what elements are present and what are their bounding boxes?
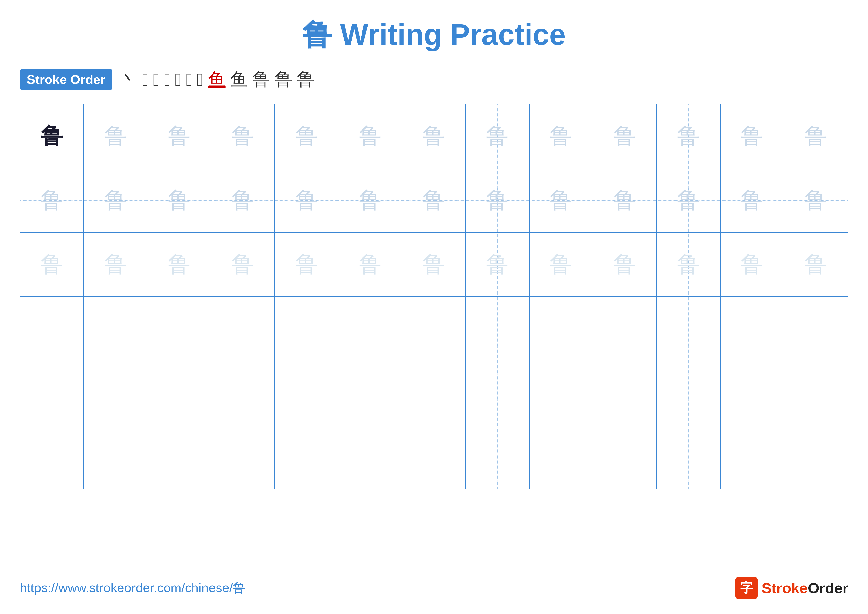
cell-5-12[interactable] <box>721 361 784 425</box>
cell-5-10[interactable] <box>593 361 657 425</box>
cell-1-11[interactable]: 鲁 <box>657 104 720 168</box>
char-dark: 鲁 <box>41 121 63 151</box>
stroke-12: 鲁 <box>297 68 315 92</box>
page-title: 鲁 Writing Practice <box>302 15 566 55</box>
cell-3-8[interactable]: 鲁 <box>466 233 530 296</box>
cell-4-1[interactable] <box>20 297 84 361</box>
cell-4-2[interactable] <box>84 297 147 361</box>
cell-6-6[interactable] <box>338 425 402 489</box>
cell-5-5[interactable] <box>275 361 338 425</box>
cell-4-13[interactable] <box>784 297 848 361</box>
cell-2-5[interactable]: 鲁 <box>275 168 338 232</box>
cell-1-1[interactable]: 鲁 <box>20 104 84 168</box>
cell-2-4[interactable]: 鲁 <box>211 168 275 232</box>
cell-4-4[interactable] <box>211 297 275 361</box>
cell-4-6[interactable] <box>338 297 402 361</box>
cell-3-7[interactable]: 鲁 <box>402 233 466 296</box>
cell-2-1[interactable]: 鲁 <box>20 168 84 232</box>
cell-6-1[interactable] <box>20 425 84 489</box>
char-light: 鲁 <box>804 185 827 216</box>
cell-3-3[interactable]: 鲁 <box>147 233 211 296</box>
cell-6-8[interactable] <box>466 425 530 489</box>
cell-4-12[interactable] <box>721 297 784 361</box>
cell-1-13[interactable]: 鲁 <box>784 104 848 168</box>
char-light: 鲁 <box>486 185 508 216</box>
cell-5-2[interactable] <box>84 361 147 425</box>
cell-6-13[interactable] <box>784 425 848 489</box>
cell-5-13[interactable] <box>784 361 848 425</box>
cell-6-9[interactable] <box>530 425 593 489</box>
cell-4-3[interactable] <box>147 297 211 361</box>
cell-5-8[interactable] <box>466 361 530 425</box>
cell-1-5[interactable]: 鲁 <box>275 104 338 168</box>
cell-1-10[interactable]: 鲁 <box>593 104 657 168</box>
cell-4-8[interactable] <box>466 297 530 361</box>
cell-2-7[interactable]: 鲁 <box>402 168 466 232</box>
char-light: 鲁 <box>41 185 63 216</box>
cell-2-9[interactable]: 鲁 <box>530 168 593 232</box>
cell-1-2[interactable]: 鲁 <box>84 104 147 168</box>
cell-3-4[interactable]: 鲁 <box>211 233 275 296</box>
cell-6-3[interactable] <box>147 425 211 489</box>
practice-grid[interactable]: 鲁 鲁 鲁 鲁 鲁 鲁 鲁 鲁 鲁 鲁 鲁 鲁 鲁 鲁 鲁 鲁 鲁 鲁 鲁 鲁 … <box>20 104 848 564</box>
cell-2-6[interactable]: 鲁 <box>338 168 402 232</box>
cell-3-9[interactable]: 鲁 <box>530 233 593 296</box>
footer-url[interactable]: https://www.strokeorder.com/chinese/鲁 <box>20 579 246 597</box>
char-light: 鲁 <box>804 121 827 151</box>
cell-3-11[interactable]: 鲁 <box>657 233 720 296</box>
cell-4-11[interactable] <box>657 297 720 361</box>
cell-2-11[interactable]: 鲁 <box>657 168 720 232</box>
stroke-order-badge: Stroke Order <box>20 69 112 90</box>
char-light: 鲁 <box>359 121 381 151</box>
cell-3-12[interactable]: 鲁 <box>721 233 784 296</box>
cell-1-3[interactable]: 鲁 <box>147 104 211 168</box>
char-light: 鲁 <box>423 121 445 151</box>
stroke-6: 𠂇 <box>186 69 192 90</box>
cell-3-13[interactable]: 鲁 <box>784 233 848 296</box>
cell-1-6[interactable]: 鲁 <box>338 104 402 168</box>
cell-4-10[interactable] <box>593 297 657 361</box>
cell-2-3[interactable]: 鲁 <box>147 168 211 232</box>
char-light: 鲁 <box>486 121 508 151</box>
cell-1-9[interactable]: 鲁 <box>530 104 593 168</box>
cell-4-9[interactable] <box>530 297 593 361</box>
cell-6-4[interactable] <box>211 425 275 489</box>
cell-6-10[interactable] <box>593 425 657 489</box>
cell-3-10[interactable]: 鲁 <box>593 233 657 296</box>
cell-5-11[interactable] <box>657 361 720 425</box>
cell-4-5[interactable] <box>275 297 338 361</box>
cell-6-2[interactable] <box>84 425 147 489</box>
grid-row-4 <box>20 297 848 361</box>
cell-1-12[interactable]: 鲁 <box>721 104 784 168</box>
stroke-11: 鲁 <box>274 68 293 92</box>
cell-4-7[interactable] <box>402 297 466 361</box>
char-light: 鲁 <box>550 121 572 151</box>
cell-1-8[interactable]: 鲁 <box>466 104 530 168</box>
cell-6-7[interactable] <box>402 425 466 489</box>
cell-5-1[interactable] <box>20 361 84 425</box>
cell-3-2[interactable]: 鲁 <box>84 233 147 296</box>
cell-5-7[interactable] <box>402 361 466 425</box>
cell-5-9[interactable] <box>530 361 593 425</box>
cell-3-5[interactable]: 鲁 <box>275 233 338 296</box>
cell-3-6[interactable]: 鲁 <box>338 233 402 296</box>
cell-1-7[interactable]: 鲁 <box>402 104 466 168</box>
cell-2-12[interactable]: 鲁 <box>721 168 784 232</box>
char-lighter: 鲁 <box>741 249 763 280</box>
cell-6-5[interactable] <box>275 425 338 489</box>
char-lighter: 鲁 <box>104 249 127 280</box>
cell-2-8[interactable]: 鲁 <box>466 168 530 232</box>
cell-2-10[interactable]: 鲁 <box>593 168 657 232</box>
cell-1-4[interactable]: 鲁 <box>211 104 275 168</box>
stroke-4: 𠂇 <box>164 69 170 90</box>
cell-2-2[interactable]: 鲁 <box>84 168 147 232</box>
cell-2-13[interactable]: 鲁 <box>784 168 848 232</box>
cell-6-11[interactable] <box>657 425 720 489</box>
cell-5-3[interactable] <box>147 361 211 425</box>
cell-5-6[interactable] <box>338 361 402 425</box>
cell-3-1[interactable]: 鲁 <box>20 233 84 296</box>
cell-5-4[interactable] <box>211 361 275 425</box>
cell-6-12[interactable] <box>721 425 784 489</box>
stroke-1: 丶 <box>120 68 138 92</box>
stroke-order-row: Stroke Order 丶 𠃌 𠃌 𠂇 𠂇 𠂇 𠃍 鱼 鱼 鲁 鲁 鲁 <box>20 68 848 92</box>
